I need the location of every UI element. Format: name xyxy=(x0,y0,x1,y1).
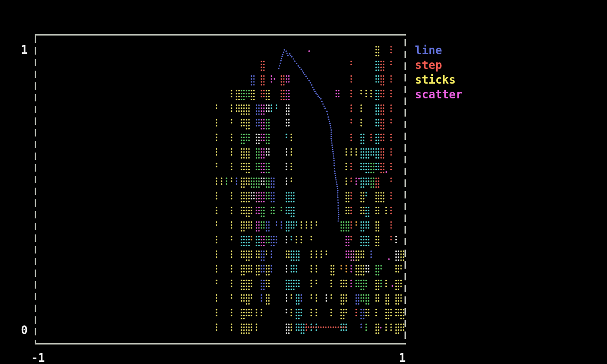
legend-item-step: step xyxy=(415,58,463,72)
terminal-screen: 1 0 -1 1 linestepsticksscatter xyxy=(0,0,607,364)
plot-border-left xyxy=(35,36,36,343)
y-tick-bottom: 0 xyxy=(17,324,28,337)
plot-border-bottom xyxy=(35,343,406,344)
y-tick-top: 1 xyxy=(17,43,28,56)
x-tick-left: -1 xyxy=(31,351,45,364)
legend-item-line: line xyxy=(415,43,463,58)
legend-item-sticks: sticks xyxy=(415,72,463,87)
plot-dot-canvas xyxy=(0,0,607,364)
legend-item-scatter: scatter xyxy=(415,87,463,102)
plot-border-right xyxy=(405,39,406,343)
plot-border-top xyxy=(35,34,406,36)
legend: linestepsticksscatter xyxy=(415,43,463,102)
x-tick-right: 1 xyxy=(399,351,406,364)
